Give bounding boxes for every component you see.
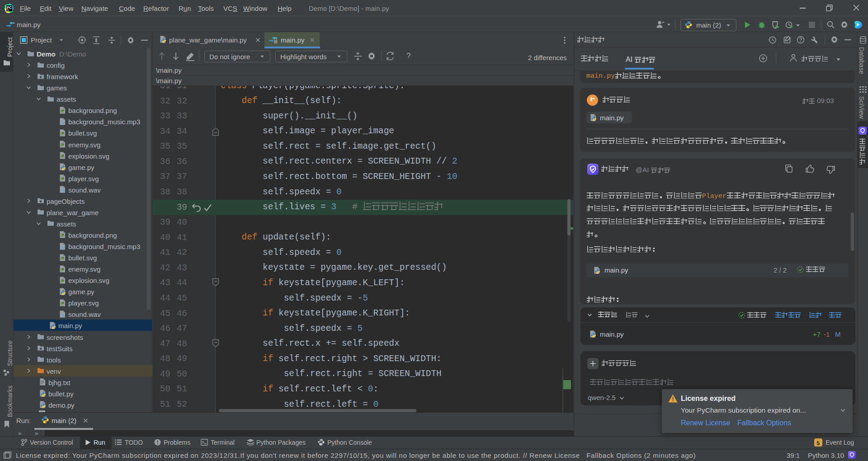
svg-text:?: ? (61, 245, 65, 250)
svg-text:?: ? (61, 188, 65, 193)
svg-text:?: ? (61, 313, 65, 318)
svg-text:?: ? (61, 120, 65, 125)
svg-text:PC: PC (7, 6, 12, 10)
